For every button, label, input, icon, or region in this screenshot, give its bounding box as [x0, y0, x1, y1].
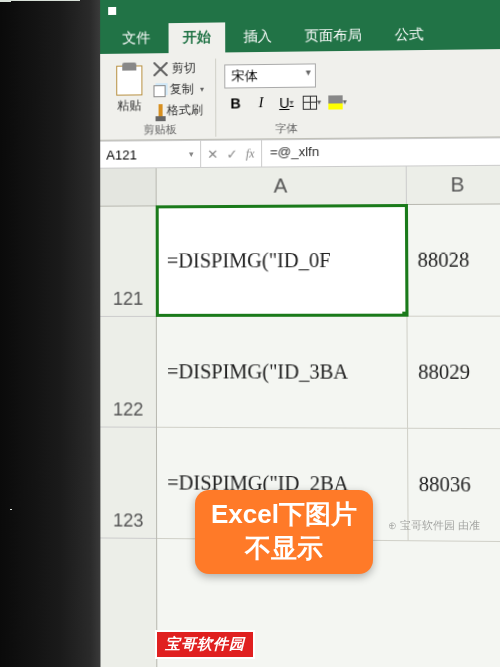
table-row: =DISPIMG("ID_3BA 88029 — [157, 317, 500, 430]
scissors-icon — [153, 62, 167, 76]
copy-label: 复制 — [170, 81, 194, 98]
col-header-a[interactable]: A — [157, 167, 407, 206]
cell-a122[interactable]: =DISPIMG("ID_3BA — [157, 317, 408, 428]
tab-insert[interactable]: 插入 — [229, 22, 286, 53]
tab-home[interactable]: 开始 — [169, 22, 226, 53]
copy-icon — [153, 85, 165, 97]
font-group-label: 字体 — [275, 121, 298, 136]
fill-button[interactable] — [326, 91, 349, 113]
row-header-122[interactable]: 122 — [100, 317, 156, 428]
underline-button[interactable]: U — [275, 91, 298, 113]
brush-icon — [159, 104, 163, 118]
copy-button[interactable]: 复制▾ — [150, 80, 207, 100]
row-header-121[interactable]: 121 — [100, 206, 156, 317]
cancel-formula-icon[interactable]: ✕ — [207, 146, 218, 161]
monitor-bezel — [0, 0, 100, 667]
fill-icon — [328, 95, 342, 109]
clipboard-group: 粘贴 剪切 复制▾ 格式刷 剪贴板 — [104, 59, 216, 138]
row-headers: 121 122 123 — [100, 168, 157, 667]
border-button[interactable] — [301, 91, 324, 113]
cell-b121[interactable]: 88028 — [407, 204, 500, 315]
source-watermark: ⊕ 宝哥软件园 由准 — [388, 518, 480, 533]
cell-b122[interactable]: 88029 — [407, 317, 500, 429]
fx-icon[interactable]: fx — [246, 146, 255, 161]
painter-label: 格式刷 — [167, 102, 203, 119]
formula-buttons: ✕ ✓ fx — [201, 140, 262, 167]
font-group: 宋体 B I U 字体 — [216, 57, 357, 137]
clipboard-icon — [116, 65, 142, 95]
cut-button[interactable]: 剪切 — [150, 59, 207, 79]
worksheet: 121 122 123 A B =DISPIMG("ID_0F 88028 =D… — [100, 166, 500, 667]
app-icon — [108, 7, 116, 15]
column-headers: A B — [157, 166, 500, 207]
paste-button[interactable]: 粘贴 — [112, 63, 146, 116]
watermark-badge: 宝哥软件园 — [155, 630, 255, 659]
bold-button[interactable]: B — [224, 92, 246, 114]
paste-label: 粘贴 — [117, 97, 141, 114]
cut-label: 剪切 — [172, 60, 196, 77]
ribbon-tabs: 文件 开始 插入 页面布局 公式 — [100, 17, 500, 54]
row-header-123[interactable]: 123 — [100, 428, 156, 539]
cell-a121[interactable]: =DISPIMG("ID_0F — [157, 205, 408, 316]
tab-formula[interactable]: 公式 — [380, 20, 438, 51]
name-box[interactable]: A121 — [100, 141, 201, 168]
tab-layout[interactable]: 页面布局 — [290, 20, 376, 51]
font-name-select[interactable]: 宋体 — [224, 63, 316, 88]
italic-button[interactable]: I — [250, 92, 272, 114]
border-icon — [303, 95, 317, 109]
annotation-bubble: Excel下图片 不显示 — [195, 490, 373, 574]
ribbon: 粘贴 剪切 复制▾ 格式刷 剪贴板 宋体 B I U 字体 — [100, 49, 500, 141]
formula-bar-row: A121 ✕ ✓ fx =@_xlfn — [100, 137, 500, 168]
clipboard-group-label: 剪贴板 — [143, 122, 176, 137]
table-row: =DISPIMG("ID_0F 88028 — [157, 204, 500, 316]
col-header-b[interactable]: B — [407, 166, 500, 204]
formula-bar[interactable]: =@_xlfn — [262, 138, 500, 166]
accept-formula-icon[interactable]: ✓ — [226, 146, 237, 161]
tab-file[interactable]: 文件 — [108, 23, 164, 54]
select-all-corner[interactable] — [100, 168, 155, 206]
format-painter-button[interactable]: 格式刷 — [150, 101, 207, 121]
